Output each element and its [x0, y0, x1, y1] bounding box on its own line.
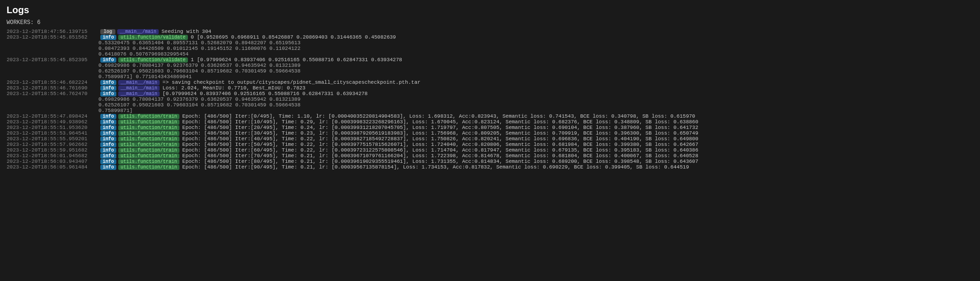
log-timestamp: 2023-12-20T18:55:45.852395 — [7, 57, 98, 63]
log-message: Loss: 2.024, MeanIU: 0.7710, Best_mIoU: … — [162, 85, 973, 91]
log-continuation: 0.69829986 0.78084137 0.92376379 0.63620… — [7, 63, 973, 68]
log-source: utils.function/train — [118, 159, 179, 164]
log-continuation: 0.69829986 0.78084137 0.92376379 0.63620… — [7, 96, 973, 102]
log-row: 2023-12-20T18:55:51.953620infoutils.func… — [7, 125, 973, 130]
log-badge: log — [100, 29, 115, 34]
log-message: Epoch: [486/500] Iter:[30/495], Time: 0.… — [182, 130, 973, 136]
log-badge: info — [100, 142, 116, 147]
log-badge: info — [100, 91, 116, 96]
log-badge: info — [100, 148, 116, 153]
log-timestamp: 2023-12-20T18:55:59.951682 — [7, 147, 98, 153]
log-continuation: 0.08472393 0.84426509 0.01012145 0.19145… — [7, 46, 973, 51]
log-source: __main__/main — [117, 29, 159, 34]
log-timestamp: 2023-12-20T18:55:51.953620 — [7, 125, 98, 130]
log-message: Epoch: [486/500] Iter:[70/495], Time: 0.… — [182, 153, 973, 159]
log-source: utils.function/train — [118, 120, 179, 125]
log-source: utils.function/train — [118, 136, 179, 142]
log-continuation: 0.75899871] — [7, 108, 973, 113]
log-message: Epoch: [486/500] Iter:[60/495], Time: 0.… — [182, 147, 973, 153]
log-timestamp: 2023-12-20T18:55:55.959201 — [7, 136, 98, 142]
page-title: Logs — [7, 5, 973, 16]
log-badge: info — [100, 114, 116, 119]
log-timestamp: 2023-12-20T18:55:47.898424 — [7, 113, 98, 119]
log-continuation: 0.62526107 0.95021603 0.79603104 0.85719… — [7, 102, 973, 108]
log-continuation: 0.75899871] 0.7710143434869041 — [7, 74, 973, 80]
log-message: Epoch: [486/500] Iter:[90/495], Time: 0.… — [182, 164, 973, 170]
log-timestamp: 2023-12-20T18:56:01.945682 — [7, 153, 98, 159]
log-row: 2023-12-20T18:55:46.761690info__main__/m… — [7, 85, 973, 91]
log-timestamp: 2023-12-20T18:55:46.761690 — [7, 85, 98, 91]
log-badge: info — [100, 136, 116, 142]
log-row: 2023-12-20T18:55:47.898424infoutils.func… — [7, 113, 973, 119]
log-source: utils.function/validate — [118, 35, 188, 40]
log-row: 2023-12-20T18:55:57.962662infoutils.func… — [7, 142, 973, 147]
log-message: => saving checkpoint to output/cityscape… — [162, 80, 973, 85]
log-source: __main__/main — [118, 80, 160, 85]
log-source: __main__/main — [118, 91, 160, 96]
log-message: Epoch: [486/500] Iter:[10/495], Time: 0.… — [182, 119, 973, 125]
log-row: 2023-12-20T18:47:56.139715log__main__/ma… — [7, 29, 973, 34]
log-row: 2023-12-20T18:55:46.762470info__main__/m… — [7, 91, 973, 113]
log-message: 1 [0.97999624 0.83937406 0.92516165 0.55… — [191, 57, 973, 63]
log-source: utils.function/train — [118, 114, 179, 119]
log-source: utils.function/train — [118, 148, 179, 153]
log-badge: info — [100, 131, 116, 136]
log-message: Epoch: [486/500] Iter:[80/495], Time: 0.… — [182, 159, 973, 164]
log-source: utils.function/validate — [118, 57, 188, 63]
log-container: 2023-12-20T18:47:56.139715log__main__/ma… — [7, 29, 973, 170]
log-row: 2023-12-20T18:56:05.961484infoutils.func… — [7, 164, 973, 170]
log-timestamp: 2023-12-20T18:47:56.139715 — [7, 29, 98, 34]
workers-count: WORKERS: 6 — [7, 19, 973, 26]
log-message: Epoch: [486/500] Iter:[0/495], Time: 1.1… — [182, 113, 973, 119]
log-continuation: 0.6418076 0.50767969832995454 — [7, 51, 973, 57]
log-timestamp: 2023-12-20T18:55:49.938962 — [7, 119, 98, 125]
log-badge: info — [100, 120, 116, 125]
log-row: 2023-12-20T18:56:01.945682infoutils.func… — [7, 153, 973, 159]
log-timestamp: 2023-12-20T18:55:57.962662 — [7, 142, 98, 147]
log-timestamp: 2023-12-20T18:56:05.961484 — [7, 164, 98, 170]
log-badge: info — [100, 153, 116, 159]
log-timestamp: 2023-12-20T18:55:53.964541 — [7, 130, 98, 136]
log-continuation: 0.62526107 0.95021603 0.79603104 0.85719… — [7, 68, 973, 74]
log-source: __main__/main — [118, 86, 160, 91]
log-badge: info — [100, 165, 116, 170]
log-badge: info — [100, 86, 116, 91]
log-badge: info — [100, 80, 116, 85]
log-timestamp: 2023-12-20T18:55:46.682224 — [7, 80, 98, 85]
log-row: 2023-12-20T18:55:53.964541infoutils.func… — [7, 130, 973, 136]
log-source: utils.function/train — [118, 142, 179, 147]
log-timestamp: 2023-12-20T18:55:46.762470 — [7, 91, 98, 96]
log-message: Seeding with 304 — [162, 29, 973, 34]
log-message: [0.97999624 0.83937406 0.92516165 0.5508… — [162, 91, 973, 96]
log-row: 2023-12-20T18:55:46.682224info__main__/m… — [7, 80, 973, 85]
log-source: utils.function/train — [118, 125, 179, 130]
log-message: 0 [0.9528695 0.6968911 0.85426887 0.2086… — [191, 34, 973, 40]
log-row: 2023-12-20T18:55:45.851562infoutils.func… — [7, 34, 973, 57]
log-timestamp: 2023-12-20T18:55:45.851562 — [7, 34, 98, 40]
log-badge: info — [100, 35, 116, 40]
log-row: 2023-12-20T18:55:49.938962infoutils.func… — [7, 119, 973, 125]
log-row: 2023-12-20T18:55:45.852395infoutils.func… — [7, 57, 973, 80]
log-continuation: 0.53320475 0.63651404 0.89557131 0.52682… — [7, 40, 973, 46]
log-message: Epoch: [486/500] Iter:[50/495], Time: 0.… — [182, 142, 973, 147]
log-row: 2023-12-20T18:56:03.943407infoutils.func… — [7, 159, 973, 164]
log-row: 2023-12-20T18:55:59.951682infoutils.func… — [7, 147, 973, 153]
log-source: utils.function/train — [118, 131, 179, 136]
log-badge: info — [100, 159, 116, 164]
log-message: Epoch: [486/500] Iter:[40/495], Time: 0.… — [182, 136, 973, 142]
log-message: Epoch: [486/500] Iter:[20/495], Time: 0.… — [182, 125, 973, 130]
log-source: utils.function/train — [118, 153, 179, 159]
log-timestamp: 2023-12-20T18:56:03.943407 — [7, 159, 98, 164]
log-row: 2023-12-20T18:55:55.959201infoutils.func… — [7, 136, 973, 142]
log-badge: info — [100, 125, 116, 130]
log-source: utils.function/train — [118, 165, 179, 170]
log-badge: info — [100, 57, 116, 63]
